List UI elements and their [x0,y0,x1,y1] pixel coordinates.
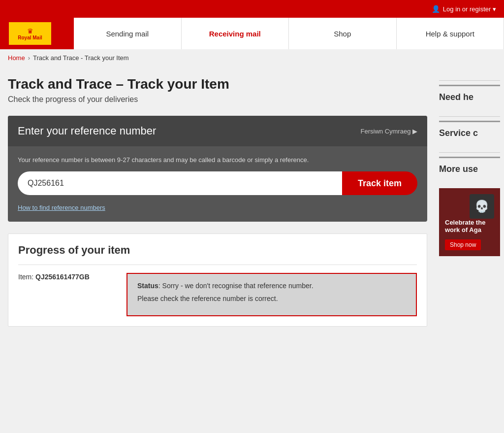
track-card-body: Your reference number is between 9-27 ch… [8,146,427,222]
logo-text: Royal Mail [18,35,42,40]
sidebar: Need he Service c More use 💀 Celebrate t… [435,67,504,336]
breadcrumb-separator: › [28,54,30,62]
sidebar-panel-need-help: Need he [439,80,500,108]
sidebar-ad-button[interactable]: Shop now [445,239,481,250]
page-title: Track and Trace – Track your Item [8,76,427,92]
sidebar-panel-title-more: More use [439,157,500,180]
progress-row: Item: QJ256161477GB Status: Sorry - we d… [18,273,417,316]
logo-area: ♛ Royal Mail [0,18,74,49]
logo[interactable]: ♛ Royal Mail [8,21,52,46]
track-item-button[interactable]: Track item [342,171,417,195]
sidebar-panel-service: Service c [439,116,500,144]
item-number: QJ256161477GB [35,273,90,281]
main-nav: Sending mail Receiving mail Shop Help & … [74,18,504,49]
login-link[interactable]: 👤 Log in or register ▾ [432,5,496,13]
status-label: Status [137,282,158,290]
main-layout: Track and Trace – Track your Item Check … [0,67,504,336]
progress-section: Progress of your item Item: QJ256161477G… [8,233,427,327]
sidebar-panel-title-need-help: Need he [439,85,500,108]
person-icon: 👤 [432,5,440,13]
header: ♛ Royal Mail Sending mail Receiving mail… [0,18,504,49]
crown-icon: ♛ [27,27,33,35]
sidebar-panel-title-service: Service c [439,121,500,144]
welsh-link[interactable]: Fersiwn Cymraeg ▶ [361,128,417,135]
skull-icon: 💀 [474,200,489,213]
status-colon: : [158,282,162,290]
nav-receiving[interactable]: Receiving mail [182,18,289,49]
nav-shop[interactable]: Shop [289,18,397,49]
top-bar: 👤 Log in or register ▾ [0,0,504,18]
status-box: Status: Sorry - we don't recognise that … [126,273,417,316]
hint-text: Your reference number is between 9-27 ch… [18,156,417,164]
item-label: Item: QJ256161477GB [18,273,117,281]
track-form-card: Enter your reference number Fersiwn Cymr… [8,116,427,222]
page-subtitle: Check the progress of your deliveries [8,95,427,104]
track-card-title: Enter your reference number [18,125,156,137]
progress-title: Progress of your item [18,244,417,257]
nav-sending[interactable]: Sending mail [74,18,182,49]
breadcrumb-current: Track and Trace - Track your Item [33,54,129,62]
track-card-header: Enter your reference number Fersiwn Cymr… [8,116,427,146]
progress-divider [18,265,417,265]
nav-help[interactable]: Help & support [397,18,504,49]
main-content: Track and Trace – Track your Item Check … [0,67,435,336]
sidebar-ad: 💀 Celebrate the work of Aga Shop now [439,188,500,256]
status-message: Sorry - we don't recognise that referenc… [162,282,314,290]
status-line-2: Please check the reference number is cor… [137,295,406,302]
breadcrumb: Home › Track and Trace - Track your Item [0,49,504,67]
reference-input[interactable] [18,171,342,195]
how-to-link[interactable]: How to find reference numbers [18,204,105,211]
breadcrumb-home[interactable]: Home [8,54,25,62]
sidebar-ad-image: 💀 [470,194,494,219]
input-row: Track item [18,171,417,195]
sidebar-panel-more: More use [439,152,500,180]
status-line-1: Status: Sorry - we don't recognise that … [137,282,406,290]
login-label: Log in or register ▾ [443,5,496,13]
